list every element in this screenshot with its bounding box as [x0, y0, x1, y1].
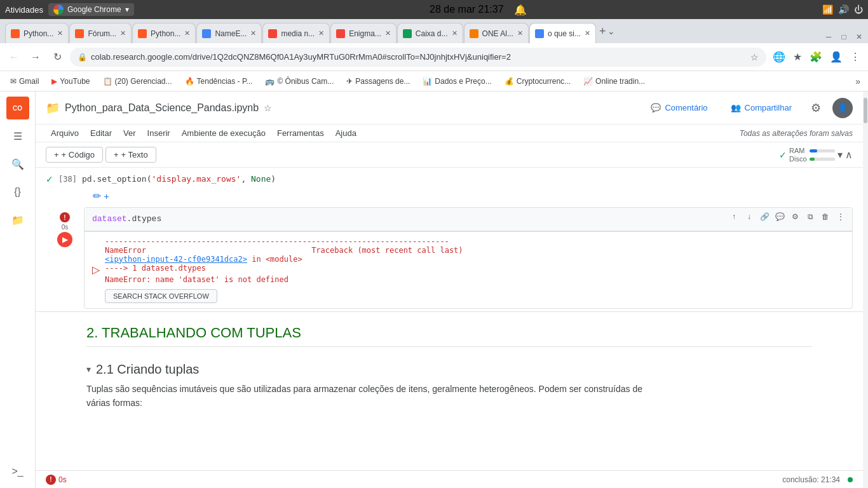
- bookmark-onibus[interactable]: 🚌 © Ônibus Cam...: [260, 76, 339, 87]
- bookmarks-overflow-icon[interactable]: »: [853, 75, 863, 88]
- new-tab-button[interactable]: +: [599, 25, 606, 38]
- tab-close-1[interactable]: ✕: [57, 29, 63, 37]
- bookmark-youtube[interactable]: ▶ YouTube: [46, 76, 95, 87]
- tab-python-1[interactable]: Python... ✕: [5, 23, 69, 43]
- tab-label-5: media n...: [281, 29, 315, 38]
- menu-ver[interactable]: Ver: [118, 126, 141, 140]
- tab-enigma[interactable]: Enigma... ✕: [330, 23, 397, 43]
- ram-indicator: RAM: [789, 147, 835, 154]
- menu-ajuda[interactable]: Ajuda: [330, 126, 362, 140]
- tab-close-8[interactable]: ✕: [517, 29, 523, 37]
- error-indicator-icon: !: [60, 212, 70, 222]
- back-button[interactable]: ←: [5, 48, 23, 66]
- taskbar-center: 28 de mar 21:37 🔔: [142, 4, 815, 16]
- comment-cell-icon[interactable]: 💬: [773, 210, 787, 224]
- colab-settings-icon[interactable]: ⚙: [807, 97, 825, 119]
- tab-favicon-6: [336, 29, 345, 38]
- toolbar-collapse-icon[interactable]: ∧: [845, 149, 853, 161]
- error-type-line: NameError Traceback (most recent call la…: [105, 246, 844, 255]
- bookmark-gmail[interactable]: ✉ Gmail: [5, 76, 44, 87]
- add-text-button[interactable]: + + Texto: [105, 147, 156, 163]
- extensions-icon[interactable]: 🧩: [807, 48, 825, 65]
- taskbar-dropdown-icon[interactable]: ▾: [125, 5, 129, 14]
- tab-close-9[interactable]: ✕: [585, 29, 590, 37]
- bookmark-dados[interactable]: 📊 Dados e Preço...: [417, 76, 496, 87]
- reload-button[interactable]: ↻: [48, 48, 66, 66]
- tab-label-7: Caixa d...: [416, 29, 448, 38]
- menu-editar[interactable]: Editar: [85, 126, 117, 140]
- run-error-button[interactable]: ▶: [57, 232, 72, 247]
- menu-ambiente[interactable]: Ambiente de execução: [177, 126, 271, 140]
- bookmark-trading[interactable]: 📈 Online tradin...: [578, 76, 650, 87]
- sidebar-icon-files[interactable]: 📁: [6, 208, 29, 231]
- sidebar-icon-menu[interactable]: ☰: [6, 125, 29, 147]
- forward-button[interactable]: →: [27, 48, 44, 66]
- tab-forum[interactable]: Fórum... ✕: [69, 23, 132, 43]
- tab-one[interactable]: ONE Al... ✕: [464, 23, 529, 43]
- menu-icon[interactable]: ⋮: [848, 48, 863, 65]
- taskbar-notification-icon[interactable]: 🔔: [514, 4, 527, 16]
- menu-ferramentas[interactable]: Ferramentas: [272, 126, 329, 140]
- taskbar-chrome-item[interactable]: Google Chrome ▾: [48, 3, 134, 16]
- traceback-expand-icon[interactable]: ▷: [92, 264, 100, 276]
- translate-icon[interactable]: 🌐: [770, 48, 788, 65]
- os-taskbar: Atividades Google Chrome ▾ 28 de mar 21:…: [0, 0, 868, 19]
- status-connected-dot: [848, 477, 853, 482]
- comment-button[interactable]: 💬 Comentário: [643, 99, 715, 116]
- tab-label-2: Fórum...: [88, 29, 116, 38]
- tab-close-6[interactable]: ✕: [385, 29, 391, 37]
- tab-close-4[interactable]: ✕: [250, 29, 256, 37]
- bookmark-icon[interactable]: ★: [790, 48, 804, 65]
- profile-icon[interactable]: 👤: [827, 48, 845, 65]
- minimize-button[interactable]: ─: [822, 30, 835, 43]
- user-avatar[interactable]: 👤: [832, 98, 853, 118]
- tab-close-2[interactable]: ✕: [120, 29, 126, 37]
- share-button[interactable]: 👥 Compartilhar: [723, 99, 799, 116]
- tab-caixa[interactable]: Caixa d... ✕: [397, 23, 463, 43]
- disk-bar: [810, 158, 835, 161]
- colab-logo[interactable]: CO: [6, 97, 29, 119]
- bookmark-passagens-label: Passagens de...: [355, 77, 410, 86]
- tab-overflow-button[interactable]: ⌄: [607, 26, 615, 36]
- subsection-toggle-icon[interactable]: ▾: [86, 364, 91, 374]
- maximize-button[interactable]: □: [837, 30, 850, 43]
- edit-pencil-icon[interactable]: ✏: [93, 191, 101, 201]
- toolbar-expand-icon[interactable]: ▾: [837, 149, 843, 161]
- sidebar-icon-code[interactable]: {}: [6, 180, 29, 203]
- menu-arquivo[interactable]: Arquivo: [46, 126, 84, 140]
- cell-38-comma: ,: [241, 174, 251, 184]
- scrollbar-thumb[interactable]: [864, 98, 867, 123]
- tab-python-2[interactable]: Python... ✕: [132, 23, 196, 43]
- sidebar-icon-terminal[interactable]: >_: [6, 460, 29, 483]
- scrollbar-track[interactable]: [863, 92, 868, 488]
- settings-cell-icon[interactable]: ⚙: [788, 210, 802, 224]
- move-up-icon[interactable]: ↑: [727, 210, 741, 224]
- bookmark-passagens[interactable]: ✈ Passagens de...: [341, 76, 415, 87]
- tab-close-5[interactable]: ✕: [318, 29, 324, 37]
- ram-fill: [810, 149, 817, 152]
- move-down-icon[interactable]: ↓: [742, 210, 756, 224]
- tab-nameerror[interactable]: NameE... ✕: [196, 23, 262, 43]
- more-cell-icon[interactable]: ⋮: [834, 210, 848, 224]
- close-button[interactable]: ✕: [853, 30, 865, 43]
- bookmark-tendencias[interactable]: 🔥 Tendências - P...: [180, 76, 258, 87]
- tab-media[interactable]: media n... ✕: [262, 23, 330, 43]
- search-stack-overflow-button[interactable]: SEARCH STACK OVERFLOW: [105, 289, 217, 303]
- colab-star-icon[interactable]: ☆: [264, 103, 272, 113]
- address-box[interactable]: 🔒 colab.research.google.com/drive/1Q2dcQ…: [70, 48, 766, 67]
- bookmark-crypto[interactable]: 💰 Cryptocurrenc...: [499, 76, 576, 87]
- link-icon[interactable]: 🔗: [757, 210, 771, 224]
- star-icon[interactable]: ☆: [750, 52, 759, 62]
- bookmark-gerenciado[interactable]: 📋 (20) Gerenciad...: [98, 76, 177, 87]
- add-code-button[interactable]: + + Código: [46, 147, 103, 163]
- add-cell-icon[interactable]: +: [104, 191, 109, 201]
- mirror-icon[interactable]: ⧉: [803, 210, 817, 224]
- sidebar-icon-search[interactable]: 🔍: [6, 152, 29, 175]
- tab-close-3[interactable]: ✕: [184, 29, 190, 37]
- menu-inserir[interactable]: Inserir: [142, 126, 175, 140]
- delete-cell-icon[interactable]: 🗑: [818, 210, 832, 224]
- ipython-input-link[interactable]: <ipython-input-42-cf0e9341dca2>: [105, 255, 247, 264]
- tab-oque[interactable]: o que si... ✕: [529, 23, 596, 43]
- tab-close-7[interactable]: ✕: [452, 29, 458, 37]
- taskbar-atividades-label[interactable]: Atividades: [5, 5, 43, 15]
